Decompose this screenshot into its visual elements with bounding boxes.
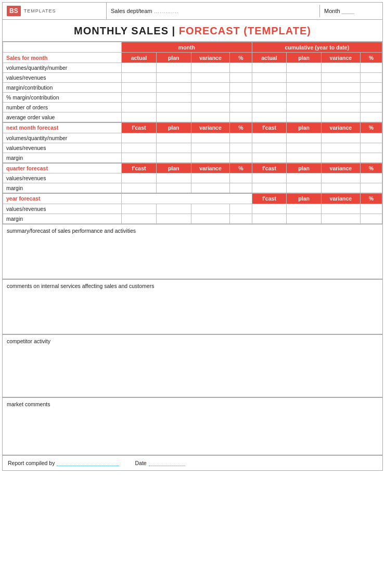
table-cell[interactable] xyxy=(122,183,157,194)
table-cell[interactable] xyxy=(230,173,252,183)
table-cell[interactable] xyxy=(360,173,382,183)
text-area-comments[interactable] xyxy=(7,290,378,332)
text-area-summary[interactable] xyxy=(7,235,378,277)
table-cell[interactable] xyxy=(156,103,191,112)
table-cell[interactable] xyxy=(191,133,230,143)
table-cell[interactable] xyxy=(252,214,287,223)
table-cell[interactable] xyxy=(191,173,230,183)
table-cell[interactable] xyxy=(360,143,382,153)
table-cell[interactable] xyxy=(122,133,157,143)
table-cell[interactable] xyxy=(287,103,322,112)
table-cell[interactable] xyxy=(230,73,252,83)
table-cell[interactable] xyxy=(321,204,360,214)
table-cell[interactable] xyxy=(321,73,360,83)
table-cell[interactable] xyxy=(360,83,382,93)
table-cell[interactable] xyxy=(321,83,360,93)
table-cell[interactable] xyxy=(287,173,322,183)
table-cell[interactable] xyxy=(321,93,360,103)
table-cell[interactable] xyxy=(252,112,287,123)
table-cell[interactable] xyxy=(287,183,322,194)
table-cell[interactable] xyxy=(287,63,322,73)
table-cell[interactable] xyxy=(156,93,191,103)
table-cell[interactable] xyxy=(287,83,322,93)
table-cell[interactable] xyxy=(287,143,322,153)
table-cell[interactable] xyxy=(360,93,382,103)
table-cell[interactable] xyxy=(230,93,252,103)
table-cell[interactable] xyxy=(230,143,252,153)
table-cell[interactable] xyxy=(360,204,382,214)
table-cell[interactable] xyxy=(156,112,191,123)
table-cell[interactable] xyxy=(252,63,287,73)
table-cell[interactable] xyxy=(321,214,360,223)
table-cell[interactable] xyxy=(230,103,252,112)
table-cell[interactable] xyxy=(156,183,191,194)
table-cell[interactable] xyxy=(321,153,360,163)
table-cell[interactable] xyxy=(156,153,191,163)
table-cell[interactable] xyxy=(287,214,322,223)
table-cell[interactable] xyxy=(156,133,191,143)
table-cell[interactable] xyxy=(252,143,287,153)
table-cell[interactable] xyxy=(252,183,287,194)
table-cell[interactable] xyxy=(287,204,322,214)
table-cell[interactable] xyxy=(230,83,252,93)
table-cell[interactable] xyxy=(122,103,157,112)
table-cell[interactable] xyxy=(156,73,191,83)
table-cell[interactable] xyxy=(156,143,191,153)
table-cell[interactable] xyxy=(321,63,360,73)
table-cell[interactable] xyxy=(252,103,287,112)
table-cell[interactable] xyxy=(252,173,287,183)
table-cell[interactable] xyxy=(122,73,157,83)
table-cell[interactable] xyxy=(230,183,252,194)
table-cell[interactable] xyxy=(191,183,230,194)
table-cell[interactable] xyxy=(156,63,191,73)
table-cell[interactable] xyxy=(252,153,287,163)
table-cell[interactable] xyxy=(321,183,360,194)
table-cell[interactable] xyxy=(321,173,360,183)
table-cell[interactable] xyxy=(252,93,287,103)
table-cell[interactable] xyxy=(122,93,157,103)
table-cell[interactable] xyxy=(252,83,287,93)
text-area-competitor[interactable] xyxy=(7,345,378,395)
table-cell[interactable] xyxy=(230,153,252,163)
table-cell[interactable] xyxy=(122,63,157,73)
table-cell[interactable] xyxy=(191,93,230,103)
table-cell[interactable] xyxy=(252,73,287,83)
table-cell[interactable] xyxy=(230,112,252,123)
table-cell[interactable] xyxy=(360,112,382,123)
table-cell[interactable] xyxy=(287,112,322,123)
table-cell[interactable] xyxy=(122,143,157,153)
table-cell[interactable] xyxy=(122,153,157,163)
table-cell[interactable] xyxy=(191,63,230,73)
table-cell[interactable] xyxy=(360,103,382,112)
table-cell[interactable] xyxy=(230,63,252,73)
table-cell[interactable] xyxy=(321,112,360,123)
table-cell[interactable] xyxy=(122,112,157,123)
table-cell[interactable] xyxy=(360,153,382,163)
table-cell[interactable] xyxy=(360,133,382,143)
table-cell[interactable] xyxy=(191,112,230,123)
table-cell[interactable] xyxy=(122,173,157,183)
table-cell[interactable] xyxy=(191,153,230,163)
table-cell[interactable] xyxy=(122,83,157,93)
table-cell[interactable] xyxy=(191,73,230,83)
table-cell[interactable] xyxy=(252,204,287,214)
table-cell[interactable] xyxy=(321,103,360,112)
table-cell[interactable] xyxy=(287,153,322,163)
table-cell[interactable] xyxy=(321,143,360,153)
table-cell[interactable] xyxy=(287,133,322,143)
table-cell[interactable] xyxy=(156,83,191,93)
table-cell[interactable] xyxy=(156,173,191,183)
table-cell[interactable] xyxy=(287,73,322,83)
table-cell[interactable] xyxy=(252,133,287,143)
table-cell[interactable] xyxy=(287,93,322,103)
table-cell[interactable] xyxy=(360,214,382,223)
table-cell[interactable] xyxy=(191,83,230,93)
table-cell[interactable] xyxy=(191,143,230,153)
table-cell[interactable] xyxy=(360,63,382,73)
table-cell[interactable] xyxy=(360,183,382,194)
table-cell[interactable] xyxy=(191,103,230,112)
text-area-market[interactable] xyxy=(7,408,378,453)
table-cell[interactable] xyxy=(230,133,252,143)
table-cell[interactable] xyxy=(360,73,382,83)
table-cell[interactable] xyxy=(321,133,360,143)
